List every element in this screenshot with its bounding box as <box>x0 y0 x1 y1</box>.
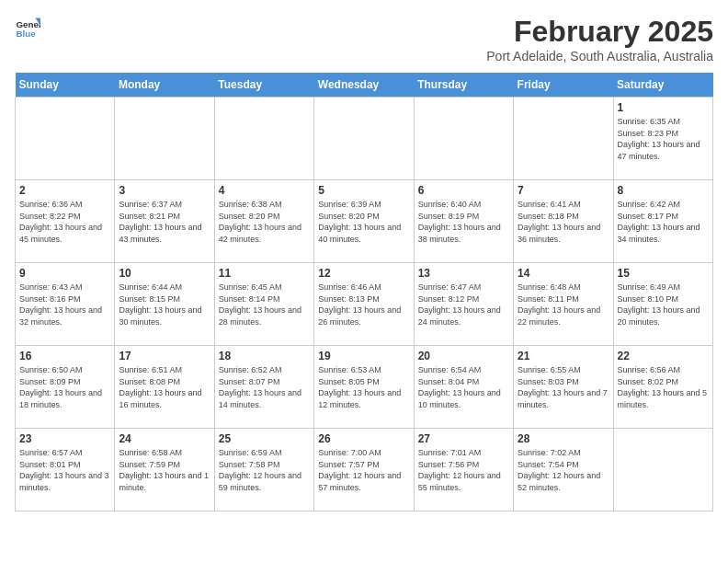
day-number: 15 <box>618 267 709 280</box>
day-cell: 20Sunrise: 6:54 AM Sunset: 8:04 PM Dayli… <box>414 346 513 429</box>
day-cell <box>613 429 712 511</box>
day-cell: 13Sunrise: 6:47 AM Sunset: 8:12 PM Dayli… <box>414 263 513 346</box>
day-cell: 9Sunrise: 6:43 AM Sunset: 8:16 PM Daylig… <box>16 263 115 346</box>
day-number: 22 <box>618 350 709 362</box>
day-cell <box>115 98 214 180</box>
day-number: 5 <box>318 184 409 197</box>
day-info: Sunrise: 6:45 AM Sunset: 8:14 PM Dayligh… <box>219 282 310 327</box>
day-info: Sunrise: 6:37 AM Sunset: 8:21 PM Dayligh… <box>119 199 210 245</box>
day-info: Sunrise: 6:38 AM Sunset: 8:20 PM Dayligh… <box>219 199 310 245</box>
day-info: Sunrise: 6:50 AM Sunset: 8:09 PM Dayligh… <box>19 364 110 410</box>
day-info: Sunrise: 6:55 AM Sunset: 8:03 PM Dayligh… <box>518 364 609 410</box>
day-cell: 19Sunrise: 6:53 AM Sunset: 8:05 PM Dayli… <box>314 346 414 429</box>
day-info: Sunrise: 6:41 AM Sunset: 8:18 PM Dayligh… <box>518 199 609 245</box>
weekday-header-tuesday: Tuesday <box>214 73 313 98</box>
day-number: 3 <box>119 184 210 197</box>
day-cell: 26Sunrise: 7:00 AM Sunset: 7:57 PM Dayli… <box>314 429 414 511</box>
day-number: 21 <box>518 350 609 362</box>
week-row-2: 9Sunrise: 6:43 AM Sunset: 8:16 PM Daylig… <box>16 263 713 346</box>
day-info: Sunrise: 7:00 AM Sunset: 7:57 PM Dayligh… <box>318 447 409 493</box>
day-cell <box>214 98 313 180</box>
day-number: 26 <box>318 432 409 445</box>
day-number: 13 <box>418 267 509 280</box>
day-info: Sunrise: 6:53 AM Sunset: 8:05 PM Dayligh… <box>318 364 409 410</box>
week-row-3: 16Sunrise: 6:50 AM Sunset: 8:09 PM Dayli… <box>16 346 713 429</box>
day-info: Sunrise: 6:49 AM Sunset: 8:10 PM Dayligh… <box>618 282 709 327</box>
day-info: Sunrise: 6:58 AM Sunset: 7:59 PM Dayligh… <box>119 447 210 493</box>
day-info: Sunrise: 6:51 AM Sunset: 8:08 PM Dayligh… <box>119 364 210 410</box>
day-cell: 15Sunrise: 6:49 AM Sunset: 8:10 PM Dayli… <box>613 263 712 346</box>
day-number: 24 <box>119 432 210 445</box>
day-cell: 28Sunrise: 7:02 AM Sunset: 7:54 PM Dayli… <box>514 429 613 511</box>
day-cell <box>314 98 414 180</box>
day-cell: 24Sunrise: 6:58 AM Sunset: 7:59 PM Dayli… <box>115 429 214 511</box>
day-cell: 7Sunrise: 6:41 AM Sunset: 8:18 PM Daylig… <box>514 180 613 263</box>
day-info: Sunrise: 6:35 AM Sunset: 8:23 PM Dayligh… <box>618 116 709 162</box>
day-number: 17 <box>119 350 210 362</box>
day-info: Sunrise: 6:42 AM Sunset: 8:17 PM Dayligh… <box>618 199 709 245</box>
day-number: 6 <box>418 184 509 197</box>
day-info: Sunrise: 6:47 AM Sunset: 8:12 PM Dayligh… <box>418 282 509 327</box>
day-info: Sunrise: 6:46 AM Sunset: 8:13 PM Dayligh… <box>318 282 409 327</box>
svg-text:Blue: Blue <box>16 29 36 39</box>
page-header: General Blue February 2025 Port Adelaide… <box>15 15 713 63</box>
day-number: 16 <box>19 350 110 362</box>
day-cell: 6Sunrise: 6:40 AM Sunset: 8:19 PM Daylig… <box>414 180 513 263</box>
weekday-header-thursday: Thursday <box>414 73 513 98</box>
day-number: 1 <box>618 101 709 114</box>
day-info: Sunrise: 7:01 AM Sunset: 7:56 PM Dayligh… <box>418 447 509 493</box>
day-cell: 18Sunrise: 6:52 AM Sunset: 8:07 PM Dayli… <box>214 346 313 429</box>
day-cell: 1Sunrise: 6:35 AM Sunset: 8:23 PM Daylig… <box>613 98 712 180</box>
location-title: Port Adelaide, South Australia, Australi… <box>486 49 713 63</box>
day-number: 12 <box>318 267 409 280</box>
day-cell: 8Sunrise: 6:42 AM Sunset: 8:17 PM Daylig… <box>613 180 712 263</box>
day-cell <box>414 98 513 180</box>
day-cell: 16Sunrise: 6:50 AM Sunset: 8:09 PM Dayli… <box>16 346 115 429</box>
day-cell: 21Sunrise: 6:55 AM Sunset: 8:03 PM Dayli… <box>514 346 613 429</box>
day-info: Sunrise: 6:36 AM Sunset: 8:22 PM Dayligh… <box>19 199 110 245</box>
day-cell: 12Sunrise: 6:46 AM Sunset: 8:13 PM Dayli… <box>314 263 414 346</box>
day-info: Sunrise: 6:40 AM Sunset: 8:19 PM Dayligh… <box>418 199 509 245</box>
weekday-header-sunday: Sunday <box>16 73 115 98</box>
weekday-header-friday: Friday <box>514 73 613 98</box>
day-number: 4 <box>219 184 310 197</box>
day-number: 11 <box>219 267 310 280</box>
day-cell: 11Sunrise: 6:45 AM Sunset: 8:14 PM Dayli… <box>214 263 313 346</box>
weekday-header-monday: Monday <box>115 73 214 98</box>
day-info: Sunrise: 6:59 AM Sunset: 7:58 PM Dayligh… <box>219 447 310 493</box>
month-title: February 2025 <box>486 15 713 49</box>
day-number: 7 <box>518 184 609 197</box>
day-number: 9 <box>19 267 110 280</box>
day-number: 25 <box>219 432 310 445</box>
day-info: Sunrise: 6:43 AM Sunset: 8:16 PM Dayligh… <box>19 282 110 327</box>
day-info: Sunrise: 6:48 AM Sunset: 8:11 PM Dayligh… <box>518 282 609 327</box>
day-cell: 4Sunrise: 6:38 AM Sunset: 8:20 PM Daylig… <box>214 180 313 263</box>
day-cell: 23Sunrise: 6:57 AM Sunset: 8:01 PM Dayli… <box>16 429 115 511</box>
day-number: 2 <box>19 184 110 197</box>
week-row-0: 1Sunrise: 6:35 AM Sunset: 8:23 PM Daylig… <box>16 98 713 180</box>
day-cell: 14Sunrise: 6:48 AM Sunset: 8:11 PM Dayli… <box>514 263 613 346</box>
day-number: 10 <box>119 267 210 280</box>
day-info: Sunrise: 6:39 AM Sunset: 8:20 PM Dayligh… <box>318 199 409 245</box>
day-number: 18 <box>219 350 310 362</box>
day-cell <box>514 98 613 180</box>
weekday-header-wednesday: Wednesday <box>314 73 414 98</box>
day-info: Sunrise: 6:54 AM Sunset: 8:04 PM Dayligh… <box>418 364 509 410</box>
day-cell: 17Sunrise: 6:51 AM Sunset: 8:08 PM Dayli… <box>115 346 214 429</box>
calendar-table: SundayMondayTuesdayWednesdayThursdayFrid… <box>15 73 713 511</box>
day-info: Sunrise: 6:44 AM Sunset: 8:15 PM Dayligh… <box>119 282 210 327</box>
day-info: Sunrise: 6:52 AM Sunset: 8:07 PM Dayligh… <box>219 364 310 410</box>
weekday-header-saturday: Saturday <box>613 73 712 98</box>
day-cell: 22Sunrise: 6:56 AM Sunset: 8:02 PM Dayli… <box>613 346 712 429</box>
day-cell: 3Sunrise: 6:37 AM Sunset: 8:21 PM Daylig… <box>115 180 214 263</box>
day-number: 20 <box>418 350 509 362</box>
day-info: Sunrise: 6:56 AM Sunset: 8:02 PM Dayligh… <box>618 364 709 410</box>
day-info: Sunrise: 6:57 AM Sunset: 8:01 PM Dayligh… <box>19 447 110 493</box>
logo-icon: General Blue <box>15 15 40 40</box>
day-number: 28 <box>518 432 609 445</box>
day-number: 14 <box>518 267 609 280</box>
week-row-1: 2Sunrise: 6:36 AM Sunset: 8:22 PM Daylig… <box>16 180 713 263</box>
day-number: 8 <box>618 184 709 197</box>
week-row-4: 23Sunrise: 6:57 AM Sunset: 8:01 PM Dayli… <box>16 429 713 511</box>
logo: General Blue <box>15 15 40 40</box>
